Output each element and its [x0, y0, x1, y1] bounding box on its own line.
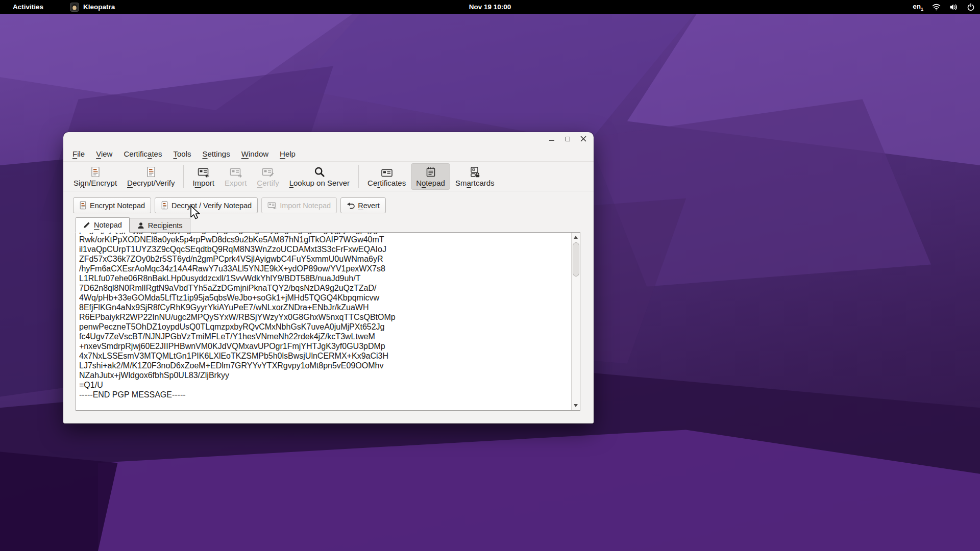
app-menu-label: Kleopatra: [83, 3, 115, 11]
certify-icon: [262, 166, 274, 178]
main-toolbar: Sign/Encrypt Decrypt/Verify: [63, 162, 594, 191]
search-icon: [314, 166, 325, 178]
notepad-line: 8EfjFlKGn4aNx9SjR8fCyRhK9GyyrYkiAYuPeE7/…: [79, 303, 570, 312]
toolbar-notepad[interactable]: Notepad: [411, 163, 450, 190]
revert-button[interactable]: Revert: [340, 197, 386, 213]
toolbar-lookup-on-server[interactable]: Lookup on Server: [284, 163, 355, 190]
input-source-indicator[interactable]: en1: [913, 3, 923, 12]
toolbar-certificates[interactable]: Certificates: [362, 163, 411, 190]
import-certificate-icon: [198, 166, 210, 178]
notepad-line: Rwk/orKtPpXODNEl8a0yek5p4rpPwD8dcs9u2bKe…: [79, 235, 570, 244]
kleopatra-app-icon: [70, 3, 79, 12]
notepad-line: =Q1/U: [79, 380, 570, 390]
notepad-tabbar: Notepad Recipients: [76, 217, 594, 232]
encrypt-notepad-button[interactable]: Encrypt Notepad: [73, 197, 151, 213]
notepad-text[interactable]: pYgJqj1yQgpTyjgZqgWqgyjMgN3gWqZgoUgCDgMx…: [79, 233, 570, 410]
notepad-line: fc4Ugv7ZeVscBT/NJNJPGbVzTmiMFLeT/Y1hesVN…: [79, 332, 570, 341]
kleopatra-window: File View Certificates Tools Settings Wi…: [63, 132, 594, 423]
app-menu-button[interactable]: Kleopatra: [70, 3, 115, 12]
notepad-icon: [425, 166, 436, 178]
notepad-actions: Encrypt Notepad Decrypt / Verify Notepad: [73, 197, 594, 213]
system-status-area[interactable]: en1: [913, 0, 975, 14]
close-button[interactable]: [579, 135, 587, 143]
menu-file[interactable]: File: [67, 147, 90, 161]
toolbar-separator: [183, 165, 184, 188]
notepad-editor[interactable]: pYgJqj1yQgpTyjgZqgWqgyjMgN3gWqZgoUgCDgMx…: [76, 232, 580, 411]
clock-button[interactable]: Nov 19 10:00: [0, 3, 980, 11]
notepad-line: LJ7shi+ak2/M/K1Z0F3noD6xZoeM+EDlm7GRYYvY…: [79, 361, 570, 370]
maximize-button[interactable]: [564, 135, 572, 143]
pencil-icon: [83, 221, 90, 229]
tab-notepad[interactable]: Notepad: [76, 217, 130, 233]
vertical-scrollbar[interactable]: [571, 233, 580, 410]
import-notepad-button[interactable]: Import Notepad: [261, 197, 337, 213]
person-icon: [137, 222, 144, 229]
menu-certificates[interactable]: Certificates: [118, 147, 167, 161]
menu-help[interactable]: Help: [274, 147, 301, 161]
notepad-line: il1vaQpCUrpT1UYZ3Z9cQqcSEqdtbQ9RqM8N3WnZ…: [79, 244, 570, 254]
toolbar-certify[interactable]: Certify: [252, 163, 284, 190]
export-certificate-icon: [230, 166, 242, 178]
notepad-line: NZahJutx+jWldgox6fbhSp0UL83/ZljBrkyy: [79, 370, 570, 380]
notepad-line: ZFd57xC36k7ZOy0b2r5ST6yd/n2gmPCprk4VSjlA…: [79, 254, 570, 264]
notepad-line: L1RLfu07ehe06R8nBakLHp0usyddzcxll/1SvvWd…: [79, 273, 570, 283]
notepad-line: /hyFm6aCXEsrAoMqc34z14A4RawY7u33ALl5YNJE…: [79, 264, 570, 273]
menu-bar: File View Certificates Tools Settings Wi…: [63, 146, 594, 162]
notepad-line: 4x7NxLSSEsmV3MTQMLtGn1PIK6LXlEoTKZSMPb5h…: [79, 351, 570, 361]
revert-icon: [347, 202, 355, 210]
sign-encrypt-document-icon: [90, 166, 101, 178]
document-icon: [161, 201, 168, 210]
menu-window[interactable]: Window: [236, 147, 274, 161]
volume-icon: [949, 4, 958, 11]
toolbar-export[interactable]: Export: [219, 163, 252, 190]
toolbar-separator: [358, 165, 359, 188]
notepad-line: R6EPbaiykR2WP22InNU/ugc2MPQySYxW/RBSjYWz…: [79, 312, 570, 322]
toolbar-decrypt-verify[interactable]: Decrypt/Verify: [122, 163, 180, 190]
maximize-icon: [566, 137, 570, 141]
tab-recipients[interactable]: Recipients: [130, 218, 190, 232]
menu-tools[interactable]: Tools: [167, 147, 197, 161]
certificates-icon: [381, 166, 393, 178]
import-certificate-icon: [267, 202, 277, 209]
smartcard-icon: [469, 166, 480, 178]
menu-settings[interactable]: Settings: [197, 147, 236, 161]
notepad-view: Encrypt Notepad Decrypt / Verify Notepad: [63, 191, 594, 423]
activities-button[interactable]: Activities: [13, 3, 43, 11]
scrollbar-thumb[interactable]: [573, 242, 579, 277]
top-bar: Activities Kleopatra Nov 19 10:00 en1: [0, 0, 980, 14]
notepad-line: penwPeczneT5OhDZ1oypdUsQ0TLqmzpxbyRQvCMx…: [79, 322, 570, 332]
minimize-button[interactable]: [548, 135, 556, 143]
mouse-cursor: [190, 205, 202, 220]
notepad-line: -----END PGP MESSAGE-----: [79, 390, 570, 399]
decrypt-verify-document-icon: [146, 166, 156, 178]
window-titlebar[interactable]: [63, 132, 594, 146]
notepad-line: 7D62n8ql8N0RmlIRgtN9aVbdTYh5aZzDGmjniPkn…: [79, 283, 570, 293]
menu-view[interactable]: View: [90, 147, 118, 161]
notepad-line: +nxevSmdrpRjwj60E2JIIPHBwnVM0KJdVQMxavUP…: [79, 341, 570, 351]
toolbar-import[interactable]: Import: [187, 163, 219, 190]
desktop: Activities Kleopatra Nov 19 10:00 en1: [0, 0, 980, 551]
close-icon: [580, 136, 586, 142]
notepad-line: 4Wq/pHb+33eGOMda5LfTtz1ip95ja5qbsWeJbo+s…: [79, 293, 570, 303]
toolbar-smartcards[interactable]: Smartcards: [450, 163, 500, 190]
wifi-icon: [932, 4, 941, 11]
toolbar-sign-encrypt[interactable]: Sign/Encrypt: [68, 163, 122, 190]
decrypt-verify-notepad-button[interactable]: Decrypt / Verify Notepad: [155, 197, 258, 213]
document-icon: [79, 201, 87, 210]
scroll-up-arrow[interactable]: [574, 236, 578, 239]
scroll-down-arrow[interactable]: [574, 404, 578, 407]
minimize-icon: [549, 140, 554, 141]
power-icon: [967, 3, 975, 11]
